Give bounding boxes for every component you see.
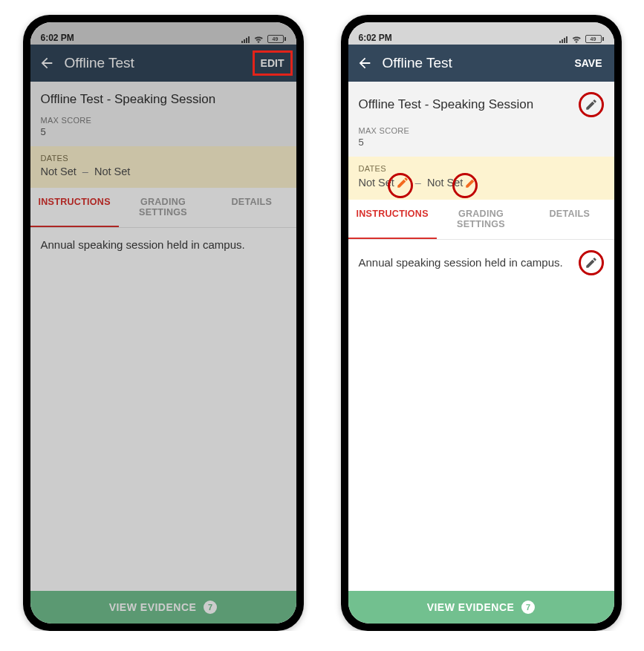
max-score-value: 5 <box>41 126 286 137</box>
edit-button-label: EDIT <box>261 57 284 69</box>
status-time: 6:02 PM <box>41 33 74 43</box>
title-block: Offline Test - Speaking Session MAX SCOR… <box>348 82 614 157</box>
view-evidence-button[interactable]: VIEW EVIDENCE 7 <box>348 591 614 624</box>
tab-details[interactable]: DETAILS <box>525 200 614 239</box>
tab-instructions[interactable]: INSTRUCTIONS <box>30 188 119 227</box>
dates-block: DATES Not Set – Not Set <box>348 157 614 200</box>
view-evidence-label: VIEW EVIDENCE <box>109 601 197 613</box>
phone-left: 6:02 PM 49 Offline Test EDIT <box>23 15 304 631</box>
status-icons: 49 <box>559 35 604 43</box>
status-time: 6:02 PM <box>359 33 392 43</box>
dates-label: DATES <box>359 164 604 173</box>
edit-title-button[interactable] <box>579 92 604 117</box>
back-button[interactable] <box>356 54 374 72</box>
tab-instructions[interactable]: INSTRUCTIONS <box>348 200 437 239</box>
status-icons: 49 <box>241 35 286 43</box>
pencil-icon <box>585 256 598 269</box>
screen: 6:02 PM 49 Offline Test EDIT <box>30 22 296 624</box>
appbar-title: Offline Test <box>383 55 562 71</box>
status-bar: 6:02 PM 49 <box>348 22 614 45</box>
back-button[interactable] <box>38 54 56 72</box>
battery-icon: 49 <box>585 35 604 43</box>
battery-icon: 49 <box>267 35 286 43</box>
max-score-label: MAX SCORE <box>359 126 604 135</box>
view-evidence-button[interactable]: VIEW EVIDENCE 7 <box>30 591 296 624</box>
instructions-content: Annual speaking session held in campus. <box>348 240 614 591</box>
edit-instructions-button[interactable] <box>579 250 604 275</box>
view-evidence-label: VIEW EVIDENCE <box>427 601 515 613</box>
status-bar: 6:02 PM 49 <box>30 22 296 45</box>
edit-date-to-button[interactable] <box>452 173 478 198</box>
tab-details[interactable]: DETAILS <box>207 188 296 227</box>
edit-date-from-button[interactable] <box>388 173 413 198</box>
wifi-icon <box>253 36 264 43</box>
evidence-count-badge: 7 <box>204 601 217 614</box>
dash-icon: – <box>82 166 88 177</box>
date-to: Not Set <box>94 166 130 177</box>
app-bar: Offline Test EDIT <box>30 45 296 82</box>
tabs: INSTRUCTIONS GRADING SETTINGS DETAILS <box>30 188 296 228</box>
signal-icon <box>559 36 567 43</box>
appbar-title: Offline Test <box>65 55 247 71</box>
instructions-text: Annual speaking session held in campus. <box>41 238 245 251</box>
phone-right: 6:02 PM 49 Offline Test SAVE <box>341 15 622 631</box>
dates-block: DATES Not Set – Not Set <box>30 146 296 188</box>
save-button[interactable]: SAVE <box>570 54 606 72</box>
tab-grading-settings[interactable]: GRADING SETTINGS <box>119 188 207 227</box>
title-block: Offline Test - Speaking Session MAX SCOR… <box>30 82 296 146</box>
dates-label: DATES <box>41 154 286 163</box>
max-score-label: MAX SCORE <box>41 116 286 125</box>
max-score-value: 5 <box>359 137 604 148</box>
app-bar: Offline Test SAVE <box>348 45 614 82</box>
test-title: Offline Test - Speaking Session <box>359 97 534 112</box>
instructions-content: Annual speaking session held in campus. <box>30 228 296 591</box>
tabs: INSTRUCTIONS GRADING SETTINGS DETAILS <box>348 200 614 240</box>
date-from: Not Set <box>41 166 77 177</box>
signal-icon <box>241 36 250 43</box>
wifi-icon <box>571 36 582 43</box>
dates-row: Not Set – Not Set <box>41 166 286 177</box>
test-title: Offline Test - Speaking Session <box>41 92 286 107</box>
tab-grading-settings[interactable]: GRADING SETTINGS <box>437 200 525 239</box>
pencil-icon <box>585 98 598 111</box>
evidence-count-badge: 7 <box>521 601 535 614</box>
instructions-text: Annual speaking session held in campus. <box>359 256 563 269</box>
edit-button[interactable]: EDIT <box>256 54 289 72</box>
screen: 6:02 PM 49 Offline Test SAVE <box>348 22 614 624</box>
dash-icon: – <box>415 177 421 189</box>
